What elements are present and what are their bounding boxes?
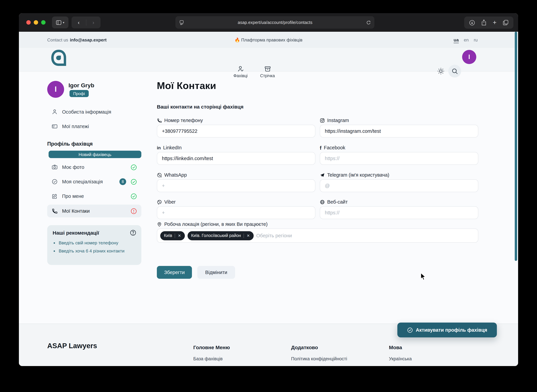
instagram-icon [320, 118, 325, 123]
viber-input[interactable] [157, 206, 315, 219]
sidebar-item-my-photo[interactable]: Моє фото [47, 161, 141, 174]
telegram-input[interactable] [320, 179, 478, 192]
facebook-icon: f [320, 145, 321, 150]
sidebar-toggle-button[interactable]: ▾ [52, 17, 68, 28]
nav-item-feed[interactable]: Стрічка [255, 65, 280, 78]
nav-item-experts[interactable]: Фахівці [228, 65, 253, 78]
mouse-cursor [419, 272, 427, 281]
footer-link-privacy[interactable]: Політика конфіденційності [291, 356, 347, 361]
nav-item-label: Фахівці [233, 74, 248, 78]
form-subtitle: Ваші контакти на сторінці фахівця [157, 104, 244, 110]
sidebar-item-my-contacts[interactable]: Мої Контаки [47, 205, 141, 217]
forward-button[interactable]: › [86, 19, 100, 25]
region-multiselect[interactable]: Київ ✕ Київ. Голосіївський район ✕ Обері… [157, 229, 478, 243]
sidebar-item-label: Моя спеціалізація [62, 179, 115, 184]
field-website: Веб-сайт [320, 199, 478, 219]
sidebar-item-label: Особиста інформація [62, 109, 137, 115]
linkedin-input[interactable] [157, 152, 315, 165]
sidebar-icon [56, 20, 61, 25]
field-label: Facebook [324, 145, 345, 150]
field-label: Instagram [327, 118, 349, 123]
lang-ru[interactable]: ru [474, 37, 478, 42]
status-done-icon [131, 164, 137, 170]
facebook-input[interactable] [320, 152, 478, 165]
camera-icon [52, 164, 58, 170]
edit-icon [52, 193, 58, 199]
phone-input[interactable] [157, 125, 315, 138]
field-label: WhatsApp [164, 172, 187, 178]
page-title: Мої Контаки [157, 80, 216, 91]
globe-icon [320, 199, 325, 205]
help-icon[interactable] [130, 229, 136, 236]
footer-column-title: Додатково [291, 345, 318, 350]
chip-label: Київ [164, 233, 172, 238]
field-phone: Номер телефону [157, 117, 315, 138]
reload-icon[interactable] [366, 20, 371, 25]
field-label: LinkedIn [163, 145, 182, 150]
sidebar-item-personal-info[interactable]: Особиста інформація [47, 106, 141, 118]
divider [244, 233, 244, 238]
website-input[interactable] [320, 206, 478, 219]
page-icon [179, 20, 184, 25]
remove-chip-icon[interactable]: ✕ [178, 233, 181, 238]
field-label: Веб-сайт [327, 199, 348, 205]
sidebar-item-label: Мої платежі [62, 124, 137, 129]
sidebar-item-payments[interactable]: Мої платежі [47, 120, 141, 133]
address-bar[interactable]: asap.expert/ua/account/profile/contacts [175, 16, 374, 29]
minimize-window-button[interactable] [34, 20, 38, 25]
cancel-button[interactable]: Відмінити [197, 266, 235, 279]
browser-chrome: ▾ ‹ › asap.expert/ua/account/profile/con… [19, 13, 518, 32]
check-circle-icon [407, 327, 413, 333]
footer-link-language[interactable]: Українська [389, 356, 412, 361]
remove-chip-icon[interactable]: ✕ [247, 233, 250, 238]
sidebar-item-label: Мої Контаки [62, 208, 126, 214]
user-avatar[interactable]: I [462, 50, 476, 64]
back-button[interactable]: ‹ [71, 19, 86, 25]
search-button[interactable] [448, 65, 461, 78]
field-label: Номер телефону [164, 118, 203, 123]
lang-ua[interactable]: ua [454, 37, 459, 42]
field-label: Telegram (ім'я користувача) [327, 172, 389, 178]
person-check-icon [237, 65, 244, 72]
field-instagram: Instagram [320, 117, 478, 138]
field-facebook: fFacebook [320, 144, 478, 165]
history-nav-group: ‹ › [71, 17, 100, 28]
phone-icon [157, 118, 162, 123]
instagram-input[interactable] [320, 125, 478, 138]
new-tab-icon[interactable]: + [493, 19, 496, 26]
activate-profile-button[interactable]: Активувати профіль фахівця [397, 322, 497, 337]
promo-text: 🔥 Плафторма правових фіхівців [19, 32, 518, 48]
toolbar-right-group: + [464, 17, 513, 29]
search-icon [452, 68, 458, 74]
close-window-button[interactable] [26, 20, 31, 25]
field-telegram: Telegram (ім'я користувача) [320, 172, 478, 192]
region-placeholder: Оберіть регіони [256, 233, 292, 238]
nav-item-label: Стрічка [260, 74, 275, 78]
language-switcher: ua en ru [454, 32, 478, 48]
brand-logo[interactable] [51, 49, 67, 68]
screen: ▾ ‹ › asap.expert/ua/account/profile/con… [0, 0, 537, 392]
sidebar-item-label: Про мене [62, 193, 126, 199]
scrollbar-thumb[interactable] [515, 32, 517, 261]
share-icon[interactable] [481, 19, 486, 26]
browser-window: ▾ ‹ › asap.expert/ua/account/profile/con… [19, 13, 518, 366]
theme-toggle-button[interactable] [437, 67, 445, 75]
viber-icon [157, 199, 162, 205]
downloads-icon[interactable] [469, 20, 475, 25]
zoom-window-button[interactable] [41, 20, 46, 25]
user-name: Igor Gryb [68, 82, 94, 89]
recommendation-item: Введіть хоча б 4 різних контакти [59, 248, 136, 253]
new-expert-button[interactable]: Новий фахівець [49, 151, 141, 158]
footer-brand: ASAP Lawyers [47, 342, 97, 350]
profile-avatar: I [47, 81, 64, 98]
lang-en[interactable]: en [464, 37, 469, 42]
footer-link-experts-db[interactable]: База фахівців [193, 356, 223, 361]
sidebar-item-about-me[interactable]: Про мене [47, 190, 141, 203]
whatsapp-input[interactable] [157, 179, 315, 192]
sidebar-item-specialization[interactable]: Моя спеціалізація 8 [47, 175, 141, 188]
user-plan-badge: Профі [70, 90, 89, 97]
save-button[interactable]: Зберегти [157, 266, 192, 279]
field-label: Робоча локація (регіони, в яких Ви працю… [164, 221, 268, 227]
tab-overview-icon[interactable] [503, 20, 508, 25]
specialization-count-badge: 8 [119, 178, 126, 185]
